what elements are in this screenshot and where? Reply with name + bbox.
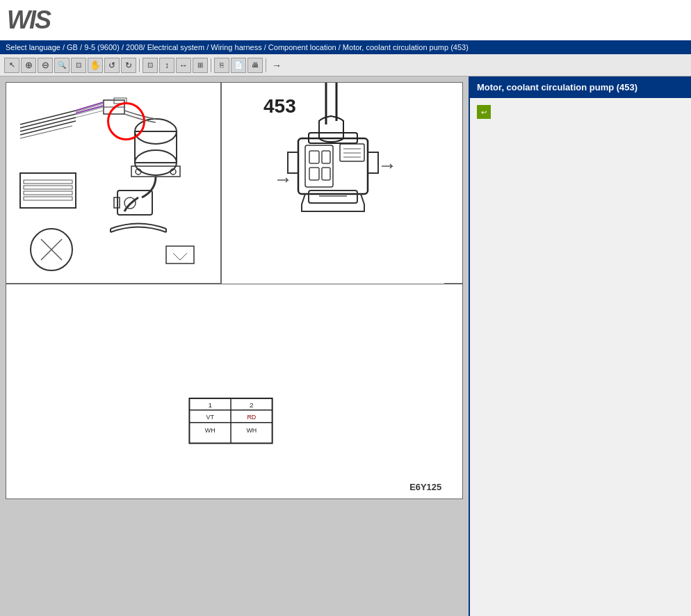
wiring-svg: 1 2 VT RD WH WH E6Y125 (6, 284, 462, 499)
svg-text:E6Y125: E6Y125 (409, 482, 441, 492)
breadcrumb-text: Select language / GB / 9-5 (9600) / 2008… (6, 43, 469, 51)
cursor-tool[interactable]: ↖ (4, 58, 19, 73)
rotate-left-tool[interactable]: ↺ (104, 58, 120, 73)
svg-text:1: 1 (208, 401, 212, 409)
zoom-out-tool[interactable]: ⊖ (38, 58, 53, 73)
svg-text:VT: VT (206, 414, 215, 421)
top-row: 453 (6, 82, 463, 284)
toolbar-separator-1 (139, 58, 140, 72)
component-svg (222, 83, 444, 284)
logo: WIS (7, 6, 50, 35)
wiring-diagram: 1 2 VT RD WH WH E6Y125 E6Y125 (6, 284, 463, 499)
svg-text:WH: WH (205, 427, 216, 434)
grid-tool[interactable]: ⊞ (193, 58, 208, 73)
part-number: 453 (263, 95, 296, 117)
main-content: 453 (0, 76, 691, 616)
width-tool[interactable]: ↔ (176, 58, 191, 73)
breadcrumb: Select language / GB / 9-5 (9600) / 2008… (0, 40, 691, 54)
svg-text:WH: WH (246, 427, 257, 434)
component-diagram: 453 (221, 82, 463, 284)
copy-tool[interactable]: ⎘ (214, 58, 229, 73)
right-panel-title: Motor, coolant circulation pump (453) (470, 76, 691, 98)
print-tool[interactable]: 🖶 (247, 58, 263, 73)
height-tool[interactable]: ↕ (159, 58, 174, 73)
rotate-right-tool[interactable]: ↻ (121, 58, 136, 73)
diagram-area: 453 (0, 76, 469, 616)
back-button[interactable]: ↩ (477, 105, 491, 119)
right-panel: Motor, coolant circulation pump (453) ↩ (469, 76, 691, 616)
svg-rect-48 (13, 284, 455, 499)
fit-tool[interactable]: ⊡ (143, 58, 158, 73)
header: WIS (0, 0, 691, 40)
toolbar-separator-3 (266, 58, 266, 72)
toolbar-separator-2 (211, 58, 211, 72)
svg-text:RD: RD (247, 414, 256, 421)
zoom-rect-tool[interactable]: ⊡ (71, 58, 86, 73)
toolbar: ↖ ⊕ ⊖ 🔍 ⊡ ✋ ↺ ↻ ⊡ ↕ ↔ ⊞ ⎘ 📄 🖶 → (0, 54, 691, 76)
zoom-in-tool[interactable]: ⊕ (21, 58, 36, 73)
location-svg (6, 83, 221, 284)
page-tool[interactable]: 📄 (231, 58, 246, 73)
next-arrow[interactable]: → (269, 58, 284, 73)
pan-tool[interactable]: ✋ (88, 58, 103, 73)
right-panel-content: ↩ (470, 98, 691, 616)
svg-text:2: 2 (250, 401, 254, 409)
app: WIS Select language / GB / 9-5 (9600) / … (0, 0, 691, 616)
zoom-tool[interactable]: 🔍 (54, 58, 70, 73)
location-diagram (6, 82, 221, 284)
